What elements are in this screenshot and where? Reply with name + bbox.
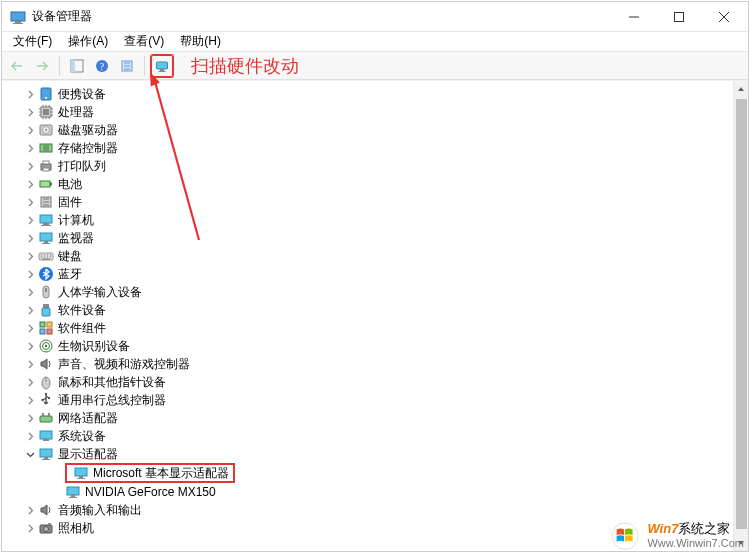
menu-file[interactable]: 文件(F): [5, 32, 60, 51]
device-category[interactable]: 处理器: [20, 103, 733, 121]
mouse-icon: [38, 374, 54, 390]
svg-rect-0: [11, 12, 25, 21]
device-label: 鼠标和其他指针设备: [58, 373, 166, 391]
svg-point-18: [45, 129, 47, 131]
chevron-right-icon[interactable]: [24, 286, 36, 298]
chevron-right-icon[interactable]: [24, 358, 36, 370]
chevron-right-icon[interactable]: [24, 376, 36, 388]
scroll-up-button[interactable]: [734, 81, 748, 97]
chevron-right-icon[interactable]: [24, 268, 36, 280]
svg-rect-61: [71, 495, 75, 497]
refresh-button[interactable]: [116, 55, 138, 77]
device-category[interactable]: 系统设备: [20, 427, 733, 445]
device-category[interactable]: 通用串行总线控制器: [20, 391, 733, 409]
device-category[interactable]: 网络适配器: [20, 409, 733, 427]
svg-rect-59: [77, 478, 85, 479]
device-label: 固件: [58, 193, 82, 211]
monitor-icon: [38, 230, 54, 246]
device-category[interactable]: 音频输入和输出: [20, 501, 733, 519]
device-category[interactable]: 计算机: [20, 211, 733, 229]
svg-rect-52: [40, 431, 52, 439]
chevron-right-icon[interactable]: [24, 304, 36, 316]
svg-rect-53: [43, 439, 49, 441]
device-category[interactable]: 软件组件: [20, 319, 733, 337]
chevron-right-icon[interactable]: [24, 88, 36, 100]
device-category[interactable]: 磁盘驱动器: [20, 121, 733, 139]
chevron-right-icon[interactable]: [24, 504, 36, 516]
chevron-right-icon[interactable]: [24, 214, 36, 226]
device-category[interactable]: 软件设备: [20, 301, 733, 319]
hid-icon: [38, 284, 54, 300]
svg-rect-22: [43, 168, 49, 171]
maximize-button[interactable]: [656, 2, 701, 31]
system-icon: [38, 428, 54, 444]
close-button[interactable]: [701, 2, 746, 31]
device-category[interactable]: 人体学输入设备: [20, 283, 733, 301]
highlighted-device[interactable]: Microsoft 基本显示适配器: [65, 463, 235, 483]
device-category[interactable]: 蓝牙: [20, 265, 733, 283]
watermark-brand: Win7系统之家: [647, 522, 744, 536]
chevron-down-icon[interactable]: [24, 448, 36, 460]
device-label: 通用串行总线控制器: [58, 391, 166, 409]
device-item[interactable]: NVIDIA GeForce MX150: [37, 483, 733, 501]
device-tree[interactable]: 便携设备处理器磁盘驱动器存储控制器打印队列电池固件计算机监视器键盘蓝牙人体学输入…: [2, 81, 733, 551]
svg-rect-27: [43, 223, 49, 225]
chevron-right-icon[interactable]: [24, 124, 36, 136]
device-category[interactable]: 监视器: [20, 229, 733, 247]
device-category[interactable]: 鼠标和其他指针设备: [20, 373, 733, 391]
device-category[interactable]: 存储控制器: [20, 139, 733, 157]
device-label: 人体学输入设备: [58, 283, 142, 301]
watermark-url: Www.Winwin7.Com: [647, 536, 744, 550]
svg-rect-26: [40, 215, 52, 223]
svg-point-48: [41, 399, 43, 401]
svg-rect-58: [79, 476, 83, 478]
chevron-right-icon[interactable]: [24, 394, 36, 406]
watermark: Win7系统之家 Www.Winwin7.Com: [611, 522, 744, 550]
device-category[interactable]: 键盘: [20, 247, 733, 265]
content-pane: 便携设备处理器磁盘驱动器存储控制器打印队列电池固件计算机监视器键盘蓝牙人体学输入…: [2, 80, 748, 551]
chevron-right-icon[interactable]: [24, 412, 36, 424]
chevron-right-icon[interactable]: [24, 160, 36, 172]
chevron-right-icon[interactable]: [24, 232, 36, 244]
svg-point-64: [44, 527, 49, 532]
svg-rect-39: [47, 322, 52, 327]
svg-text:?: ?: [100, 61, 105, 72]
device-category[interactable]: 打印队列: [20, 157, 733, 175]
chevron-right-icon[interactable]: [24, 430, 36, 442]
network-icon: [38, 410, 54, 426]
device-category[interactable]: 生物识别设备: [20, 337, 733, 355]
console-tree-button[interactable]: [66, 55, 88, 77]
svg-rect-2: [13, 23, 23, 24]
chevron-right-icon[interactable]: [24, 142, 36, 154]
device-category[interactable]: 声音、视频和游戏控制器: [20, 355, 733, 373]
menu-view[interactable]: 查看(V): [116, 32, 172, 51]
svg-rect-37: [42, 308, 50, 316]
chevron-right-icon[interactable]: [24, 106, 36, 118]
chevron-right-icon[interactable]: [24, 522, 36, 534]
chevron-right-icon[interactable]: [24, 250, 36, 262]
windows-logo-icon: [611, 522, 641, 550]
device-label: NVIDIA GeForce MX150: [85, 483, 216, 501]
device-manager-window: 设备管理器 文件(F) 操作(A) 查看(V) 帮助(H) ? 扫描: [1, 1, 749, 552]
device-category[interactable]: 便携设备: [20, 85, 733, 103]
chevron-right-icon[interactable]: [24, 178, 36, 190]
device-category[interactable]: 电池: [20, 175, 733, 193]
minimize-button[interactable]: [611, 2, 656, 31]
vertical-scrollbar[interactable]: [733, 81, 748, 551]
menu-action[interactable]: 操作(A): [60, 32, 116, 51]
chevron-right-icon[interactable]: [24, 196, 36, 208]
titlebar[interactable]: 设备管理器: [2, 2, 748, 32]
chevron-right-icon[interactable]: [24, 340, 36, 352]
forward-button[interactable]: [31, 55, 53, 77]
device-category[interactable]: 固件: [20, 193, 733, 211]
component-icon: [38, 320, 54, 336]
device-category[interactable]: 显示适配器: [20, 445, 733, 463]
svg-rect-23: [40, 181, 50, 187]
help-button[interactable]: ?: [91, 55, 113, 77]
chevron-right-icon[interactable]: [24, 322, 36, 334]
scroll-thumb[interactable]: [736, 99, 747, 529]
svg-rect-36: [43, 304, 49, 308]
back-button[interactable]: [6, 55, 28, 77]
menu-help[interactable]: 帮助(H): [172, 32, 229, 51]
scan-hardware-button[interactable]: [151, 55, 173, 77]
